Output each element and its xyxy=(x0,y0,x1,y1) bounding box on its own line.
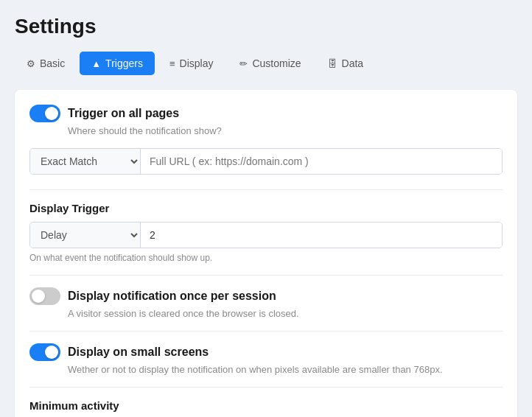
small-screens-section: Display on small screens Wether or not t… xyxy=(29,343,503,375)
small-screens-label: Display on small screens xyxy=(68,346,209,359)
divider-2 xyxy=(29,275,503,276)
display-trigger-helper: On what event the notification should sh… xyxy=(29,253,503,263)
once-per-session-label: Display notification once per session xyxy=(68,290,276,303)
tab-data-label: Data xyxy=(342,57,364,69)
small-screens-hint: Wether or not to display the notificatio… xyxy=(68,364,503,375)
tab-customize-label: Customize xyxy=(252,57,301,69)
once-per-session-toggle[interactable] xyxy=(29,287,60,305)
divider-1 xyxy=(29,189,503,190)
once-per-session-section: Display notification once per session A … xyxy=(29,287,503,319)
once-per-session-slider xyxy=(29,287,60,305)
triggers-icon: ▲ xyxy=(91,58,101,69)
tab-display-label: Display xyxy=(180,57,214,69)
trigger-value-input[interactable] xyxy=(141,222,502,248)
display-icon: ≡ xyxy=(169,58,175,69)
once-per-session-hint: A visitor session is cleared once the br… xyxy=(68,308,503,319)
url-match-select[interactable]: Exact Match xyxy=(30,149,141,174)
minimum-activity-label: Minimum activity xyxy=(29,399,503,412)
tab-basic[interactable]: ⚙ Basic xyxy=(15,52,77,75)
basic-icon: ⚙ xyxy=(27,58,35,69)
divider-4 xyxy=(29,387,503,388)
small-screens-slider xyxy=(29,343,60,361)
once-per-session-row: Display notification once per session xyxy=(29,287,503,305)
tab-triggers[interactable]: ▲ Triggers xyxy=(80,52,155,75)
settings-card: Trigger on all pages Where should the no… xyxy=(15,90,517,417)
display-trigger-label: Display Trigger xyxy=(29,202,503,214)
trigger-type-select[interactable]: Delay xyxy=(30,222,141,248)
trigger-all-pages-slider xyxy=(29,105,60,122)
tab-triggers-label: Triggers xyxy=(105,57,143,69)
tab-display[interactable]: ≡ Display xyxy=(158,52,225,75)
url-input[interactable] xyxy=(141,149,502,174)
small-screens-toggle[interactable] xyxy=(29,343,60,361)
tab-customize[interactable]: ✏ Customize xyxy=(228,52,312,75)
customize-icon: ✏ xyxy=(239,58,248,69)
trigger-all-pages-hint: Where should the notification show? xyxy=(68,125,503,136)
data-icon: 🗄 xyxy=(328,58,337,69)
tab-basic-label: Basic xyxy=(40,57,65,69)
tabs-nav: ⚙ Basic ▲ Triggers ≡ Display ✏ Customize… xyxy=(15,52,517,75)
trigger-all-pages-toggle[interactable] xyxy=(29,105,60,122)
page-title: Settings xyxy=(15,15,517,38)
trigger-all-pages-section: Trigger on all pages Where should the no… xyxy=(29,105,503,136)
tab-data[interactable]: 🗄 Data xyxy=(316,52,376,75)
divider-3 xyxy=(29,331,503,332)
trigger-all-pages-row: Trigger on all pages xyxy=(29,105,503,122)
url-row: Exact Match xyxy=(29,148,503,175)
trigger-row: Delay xyxy=(29,222,503,248)
trigger-all-pages-label: Trigger on all pages xyxy=(68,107,179,120)
small-screens-row: Display on small screens xyxy=(29,343,503,361)
